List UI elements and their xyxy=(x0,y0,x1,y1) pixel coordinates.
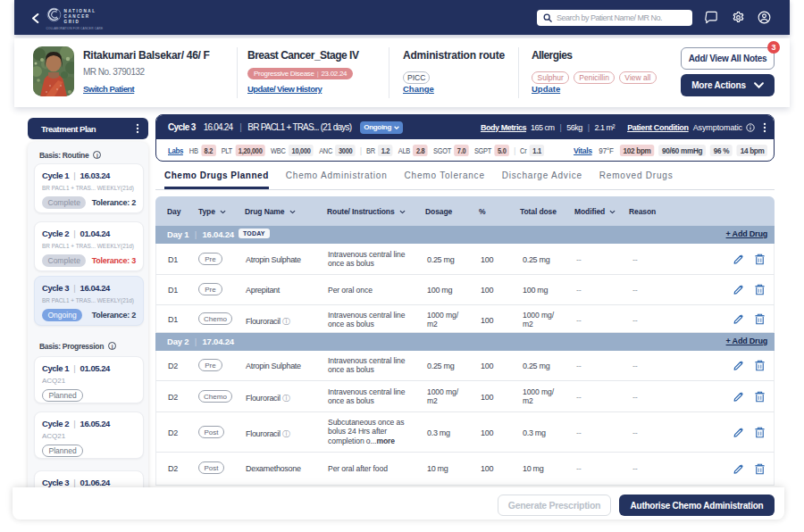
svg-text:CANCER: CANCER xyxy=(64,14,90,19)
svg-text:GRID: GRID xyxy=(64,20,80,24)
svg-text:COLLABORATION FOR CANCER CARE: COLLABORATION FOR CANCER CARE xyxy=(46,27,104,30)
svg-text:NATIONAL: NATIONAL xyxy=(64,9,96,13)
